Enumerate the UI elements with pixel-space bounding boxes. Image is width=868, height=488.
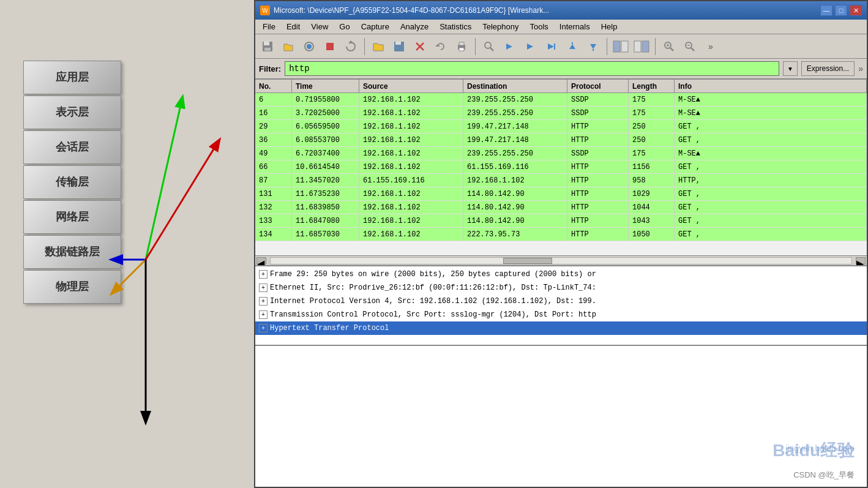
svg-rect-31 [621,41,628,52]
svg-marker-26 [569,44,575,49]
expand-icon[interactable]: + [259,297,268,306]
packet-list-area: No. Time Source Destination Protocol Len… [255,80,867,266]
filter-label: Filter: [259,64,281,73]
toolbar-close[interactable] [410,37,430,56]
toolbar-search[interactable] [479,37,499,56]
svg-rect-18 [459,42,464,45]
menu-telephony[interactable]: Telephony [477,21,523,33]
toolbar-zoom-out[interactable] [680,37,700,56]
packet-row[interactable]: 13311.6847080192.168.1.102114.80.142.90H… [255,214,867,228]
expand-icon[interactable]: + [259,310,268,319]
menu-edit[interactable]: Edit [282,21,305,33]
detail-row[interactable]: +Transmission Control Protocol, Src Port… [255,308,867,321]
toolbar-reload[interactable] [431,37,451,56]
svg-rect-13 [395,42,401,45]
osi-layer-trans: 传输层 [23,165,121,199]
header-dest: Destination [463,80,567,92]
toolbar-back[interactable] [500,37,520,56]
toolbar-open[interactable] [279,37,298,56]
osi-layer-net: 网络层 [23,200,121,234]
maximize-button[interactable]: □ [835,5,847,16]
packet-row[interactable]: 296.05659500192.168.1.102199.47.217.148H… [255,120,867,133]
scroll-right-btn[interactable]: ▶ [856,257,866,265]
detail-row[interactable]: +Frame 29: 250 bytes on wire (2000 bits)… [255,268,867,281]
svg-rect-32 [634,41,641,52]
packet-row[interactable]: 163.72025000192.168.1.102239.255.255.250… [255,107,867,120]
packet-row[interactable]: 13211.6839850192.168.1.102114.80.142.90H… [255,201,867,214]
osi-layer-app: 应用层 [23,61,121,94]
toolbar-sep-4 [655,38,656,55]
toolbar-capture[interactable] [299,37,319,56]
title-controls[interactable]: — □ ✕ [820,5,862,16]
packet-row[interactable]: 8711.345702061.155.169.116192.168.1.102H… [255,174,867,187]
toolbar-sep-2 [475,38,476,55]
svg-line-39 [691,48,694,51]
scroll-track[interactable] [270,257,852,265]
menu-analyze[interactable]: Analyze [395,21,433,33]
toolbar: » [255,34,867,59]
svg-marker-28 [590,44,596,49]
menu-go[interactable]: Go [334,21,354,33]
expand-icon[interactable]: + [259,270,268,279]
filter-dropdown[interactable]: ▼ [783,61,798,76]
menu-bar: File Edit View Go Capture Analyze Statis… [255,20,867,34]
svg-line-0 [146,97,182,260]
filter-input-wrapper [285,61,779,76]
detail-row[interactable]: +Internet Protocol Version 4, Src: 192.1… [255,295,867,308]
toolbar-save2[interactable] [389,37,409,56]
scroll-thumb[interactable] [503,258,552,264]
toolbar-print[interactable] [452,37,471,56]
toolbar-view2[interactable] [632,37,651,56]
toolbar-up[interactable] [563,37,582,56]
filter-input[interactable] [285,61,779,76]
toolbar-forward[interactable] [521,37,541,56]
toolbar-folder[interactable] [369,37,388,56]
header-proto: Protocol [567,80,629,92]
toolbar-down[interactable] [583,37,603,56]
svg-rect-7 [264,48,271,51]
menu-internals[interactable]: Internals [555,21,595,33]
detail-row[interactable]: +Hypertext Transfer Protocol [255,321,867,335]
toolbar-more[interactable]: » [701,37,720,56]
packet-row[interactable]: 13411.6857030192.168.1.102222.73.95.73HT… [255,228,867,241]
packet-list-header: No. Time Source Destination Protocol Len… [255,80,867,93]
expand-icon[interactable]: + [259,283,268,292]
packet-row[interactable]: 496.72037400192.168.1.102239.255.255.250… [255,147,867,160]
menu-tools[interactable]: Tools [525,21,553,33]
packet-detail: +Frame 29: 250 bytes on wire (2000 bits)… [255,266,867,346]
toolbar-view1[interactable] [611,37,630,56]
svg-marker-24 [548,43,554,50]
menu-statistics[interactable]: Statistics [435,21,476,33]
app-icon: W [260,6,270,15]
packet-row[interactable]: 6610.6614540192.168.1.10261.155.169.116H… [255,160,867,174]
scroll-left-btn[interactable]: ◀ [256,257,266,265]
toolbar-save[interactable] [258,37,277,56]
menu-capture[interactable]: Capture [356,21,394,33]
svg-line-35 [670,48,673,51]
header-info: Info [675,80,867,92]
osi-diagram-panel: 应用层 表示层 会话层 传输层 网络层 数据链路层 物理层 [0,0,254,488]
svg-marker-16 [435,44,440,47]
svg-line-1 [146,140,219,260]
detail-row[interactable]: +Ethernet II, Src: Prodrive_26:12:bf (00… [255,281,867,295]
packet-row[interactable]: 366.08553700192.168.1.102199.47.217.148H… [255,133,867,147]
packet-row[interactable]: 13111.6735230192.168.1.102114.80.142.90H… [255,187,867,201]
menu-help[interactable]: Help [596,21,623,33]
menu-view[interactable]: View [306,21,333,33]
close-button[interactable]: ✕ [850,5,862,16]
minimize-button[interactable]: — [820,5,832,16]
svg-rect-6 [264,42,269,45]
packet-list-hscrollbar[interactable]: ◀ ▶ [255,255,867,265]
toolbar-zoom-in[interactable] [659,37,679,56]
title-text: Microsoft: \Device\NPF_{A9559F22-1504-4F… [274,6,549,15]
toolbar-restart[interactable] [341,37,361,56]
toolbar-stop[interactable] [320,37,340,56]
svg-point-20 [485,42,491,48]
toolbar-jump[interactable] [542,37,561,56]
header-time: Time [292,80,359,92]
svg-marker-23 [527,43,533,50]
expand-icon[interactable]: + [259,324,268,332]
menu-file[interactable]: File [258,21,280,33]
packet-row[interactable]: 60.71955800192.168.1.102239.255.255.250S… [255,93,867,107]
expression-button[interactable]: Expression... [801,61,855,76]
